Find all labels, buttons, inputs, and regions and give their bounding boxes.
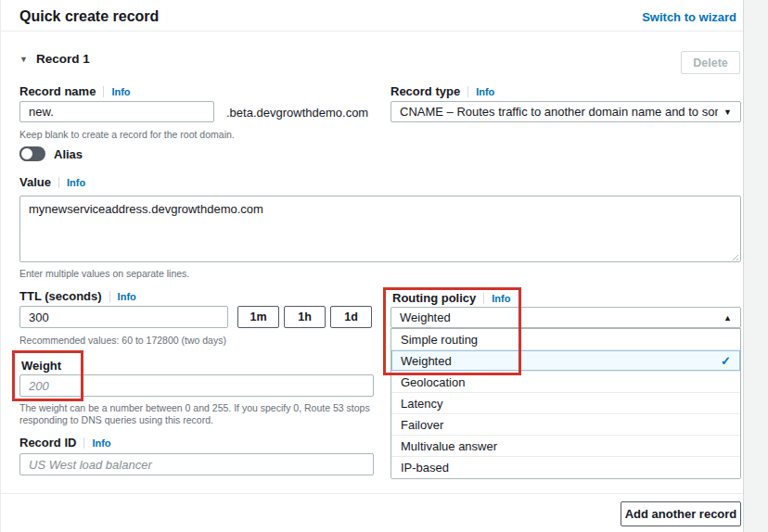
record-id-label-row: Record ID Info xyxy=(19,436,111,450)
add-another-record-button[interactable]: Add another record xyxy=(621,501,741,526)
routing-option-label: Latency xyxy=(401,397,731,411)
record-name-info-link[interactable]: Info xyxy=(111,86,130,97)
record-section-title: Record 1 xyxy=(36,52,90,66)
routing-option-ip-based[interactable]: IP-based xyxy=(391,457,740,478)
alias-toggle[interactable] xyxy=(19,146,45,161)
routing-policy-label-row: Routing policy Info xyxy=(392,291,510,305)
ttl-hint: Recommended values: 60 to 172800 (two da… xyxy=(19,335,226,347)
toggle-knob xyxy=(19,146,34,161)
ttl-label: TTL (seconds) xyxy=(19,289,102,303)
record-id-info-link[interactable]: Info xyxy=(92,437,110,449)
ttl-quick-button-1d[interactable]: 1d xyxy=(330,306,372,328)
page-right-margin xyxy=(743,0,768,532)
weight-label-row: Weight xyxy=(21,359,61,373)
record-name-label-row: Record name Info xyxy=(19,84,131,98)
check-icon: ✓ xyxy=(721,354,731,368)
label-separator xyxy=(467,86,468,97)
record-id-label: Record ID xyxy=(19,436,76,450)
chevron-down-icon: ▼ xyxy=(19,55,28,64)
header-divider xyxy=(1,31,743,32)
value-info-link[interactable]: Info xyxy=(67,177,85,188)
value-hint: Enter multiple values on separate lines. xyxy=(19,268,189,280)
routing-option-label: IP-based xyxy=(401,461,731,475)
switch-to-wizard-link[interactable]: Switch to wizard xyxy=(642,10,736,24)
value-label-row: Value Info xyxy=(19,175,85,189)
ttl-quick-button-1h[interactable]: 1h xyxy=(284,306,326,328)
routing-policy-value: Weighted xyxy=(400,310,718,324)
record-type-value: CNAME – Routes traffic to another domain… xyxy=(400,105,718,119)
record-type-label: Record type xyxy=(390,84,460,98)
footer-divider xyxy=(1,493,743,494)
record-type-select[interactable]: CNAME – Routes traffic to another domain… xyxy=(390,101,741,122)
record-id-input[interactable] xyxy=(19,453,374,475)
chevron-down-icon: ▼ xyxy=(723,108,732,117)
routing-option-simple-routing[interactable]: Simple routing xyxy=(391,329,740,350)
ttl-info-link[interactable]: Info xyxy=(118,291,136,302)
routing-option-label: Geolocation xyxy=(401,375,731,389)
value-textarea[interactable]: mynewserviceaddress.devgrowthdemo.com xyxy=(19,196,741,262)
delete-button[interactable]: Delete xyxy=(681,51,740,74)
routing-policy-info-link[interactable]: Info xyxy=(492,293,510,304)
value-label: Value xyxy=(19,175,51,189)
ttl-label-row: TTL (seconds) Info xyxy=(19,289,136,303)
label-separator xyxy=(483,293,484,304)
weight-hint: The weight can be a number between 0 and… xyxy=(19,402,387,426)
record-name-label: Record name xyxy=(19,84,96,98)
routing-option-weighted[interactable]: Weighted✓ xyxy=(391,350,740,372)
routing-policy-select[interactable]: Weighted ▲ xyxy=(390,307,741,328)
routing-option-label: Simple routing xyxy=(401,333,731,347)
routing-option-label: Failover xyxy=(401,418,731,432)
page-title: Quick create record xyxy=(19,8,159,25)
weight-input[interactable] xyxy=(19,374,374,397)
label-separator xyxy=(58,177,59,188)
alias-label: Alias xyxy=(54,147,83,161)
ttl-quick-buttons: 1m1h1d xyxy=(237,306,372,328)
routing-option-failover[interactable]: Failover xyxy=(391,414,740,436)
routing-option-multivalue-answer[interactable]: Multivalue answer xyxy=(391,436,740,457)
routing-option-latency[interactable]: Latency xyxy=(391,393,740,414)
chevron-up-icon: ▲ xyxy=(723,313,732,323)
quick-create-record-page: Quick create record Switch to wizard ▼ R… xyxy=(0,0,768,532)
routing-option-label: Weighted xyxy=(401,354,721,368)
record-name-input[interactable] xyxy=(19,101,214,122)
ttl-quick-button-1m[interactable]: 1m xyxy=(237,306,279,328)
ttl-input[interactable] xyxy=(19,306,228,328)
label-separator xyxy=(103,86,104,97)
routing-option-geolocation[interactable]: Geolocation xyxy=(391,372,740,393)
weight-label: Weight xyxy=(21,359,61,373)
record-name-hint: Keep blank to create a record for the ro… xyxy=(19,129,235,141)
record-section-header[interactable]: ▼ Record 1 xyxy=(19,52,90,66)
record-type-info-link[interactable]: Info xyxy=(476,86,494,97)
routing-policy-label: Routing policy xyxy=(392,291,476,305)
label-separator xyxy=(83,437,84,449)
label-separator xyxy=(109,291,110,302)
record-name-suffix: .beta.devgrowthdemo.com xyxy=(226,106,368,120)
routing-policy-options: Simple routingWeighted✓GeolocationLatenc… xyxy=(390,328,741,479)
routing-option-label: Multivalue answer xyxy=(401,439,731,453)
record-type-label-row: Record type Info xyxy=(390,84,494,98)
